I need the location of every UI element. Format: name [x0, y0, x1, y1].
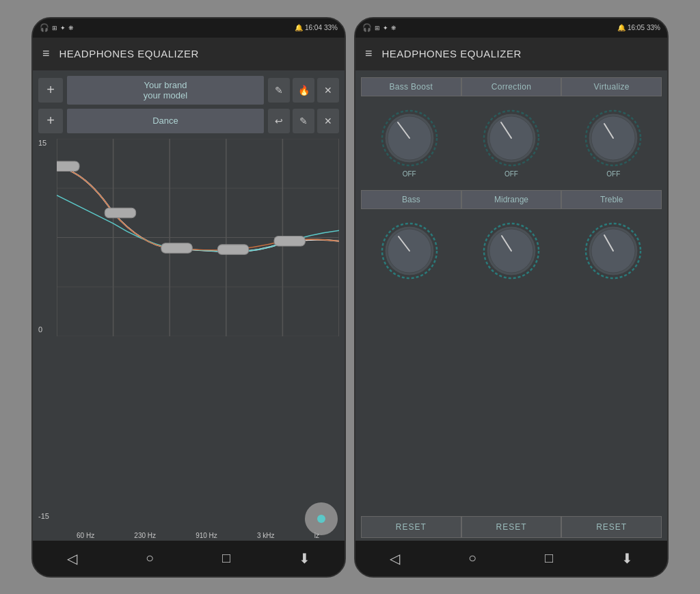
preset-name-1: Your brand your model: [67, 76, 264, 105]
eq-label-15: 15: [38, 139, 49, 147]
reset-btn-midrange[interactable]: RESET: [461, 516, 562, 538]
tab-bass-boost[interactable]: Bass Boost: [361, 77, 461, 96]
freq-60hz: 60 Hz: [77, 532, 94, 539]
eq-freq-labels: 60 Hz 230 Hz 910 Hz 3 kHz iz: [57, 532, 339, 539]
app-title-left: HEADPHONES EQUALIZER: [59, 48, 199, 59]
right-phone: 🎧 ⊞ ✦ ❋ 🔔 16:05 33% ≡ HEADPHONES EQUALIZ…: [354, 17, 669, 578]
left-phone: 🎧 ⊞ ✦ ❋ 🔔 16:04 33% ≡ HEADPHONES EQUALIZ…: [31, 17, 346, 578]
flame-icon-1[interactable]: 🔥: [293, 78, 314, 103]
nav-bar-right: ◁ ○ □ ⬇: [355, 541, 667, 576]
down-button-left[interactable]: ⬇: [285, 545, 324, 572]
status-right-right: 🔔 16:05 33%: [617, 24, 660, 31]
fx-tabs: Bass Boost Correction Virtualize: [355, 70, 667, 99]
svg-rect-15: [274, 236, 305, 245]
tab-correction[interactable]: Correction: [461, 77, 562, 96]
tab-virtualize[interactable]: Virtualize: [561, 77, 662, 96]
status-battery-left: 33%: [324, 24, 338, 31]
preset-name-2: Dance: [67, 109, 264, 133]
status-signal: 🔔: [295, 24, 303, 31]
knob-container-3: OFF: [582, 107, 644, 178]
app-title-right: HEADPHONES EQUALIZER: [382, 48, 522, 59]
back-button-left[interactable]: ◁: [53, 545, 91, 572]
eq-y-labels: 15 0 -15: [38, 139, 49, 520]
svg-rect-12: [105, 208, 135, 217]
freq-910hz: 910 Hz: [196, 532, 217, 539]
status-time-left: 16:04: [305, 24, 322, 31]
status-battery-right: 33%: [647, 24, 660, 31]
knob-2[interactable]: [481, 107, 542, 169]
knob-label-3: OFF: [606, 170, 620, 178]
knob-container-6: [582, 220, 644, 282]
recents-button-right[interactable]: □: [531, 545, 567, 571]
app-content-left: + Your brand your model ✎ 🔥 ✕ + Dance ↩ …: [33, 70, 345, 541]
eq-label-0: 0: [38, 325, 49, 334]
home-button-right[interactable]: ○: [455, 545, 490, 571]
knob-container-4: [379, 220, 440, 282]
reset-btn-bass[interactable]: RESET: [361, 516, 461, 538]
status-icons-right: 🎧 ⊞ ✦ ❋: [362, 23, 396, 32]
eq-svg[interactable]: [57, 139, 339, 336]
knob-1[interactable]: [379, 107, 440, 169]
top-knobs-row: OFF OFF: [355, 99, 667, 180]
knob-3[interactable]: [582, 107, 644, 169]
freq-3khz: 3 kHz: [257, 532, 275, 539]
status-right-left: 🔔 16:04 33%: [295, 24, 338, 31]
undo-icon-2[interactable]: ↩: [268, 109, 290, 133]
add-preset-1-button[interactable]: +: [38, 78, 63, 103]
edit-icon-1[interactable]: ✎: [268, 78, 290, 103]
bottom-knobs-row: [355, 212, 667, 284]
svg-rect-13: [161, 243, 192, 252]
preset-row-1: + Your brand your model ✎ 🔥 ✕: [38, 76, 339, 105]
app-header-left: ≡ HEADPHONES EQUALIZER: [33, 38, 345, 70]
tab-treble[interactable]: Treble: [561, 190, 662, 209]
freq-iz: iz: [314, 532, 319, 539]
knob-container-2: OFF: [481, 107, 542, 178]
status-icons-left: 🎧 ⊞ ✦ ❋: [40, 23, 74, 32]
knob-label-2: OFF: [504, 170, 518, 178]
svg-rect-14: [217, 244, 248, 254]
close-icon-1[interactable]: ✕: [317, 78, 339, 103]
knob-container-1: OFF: [379, 107, 440, 178]
status-bar-right: 🎧 ⊞ ✦ ❋ 🔔 16:05 33%: [355, 18, 667, 38]
presets-area: + Your brand your model ✎ 🔥 ✕ + Dance ↩ …: [33, 70, 345, 139]
preset-actions-1: ✎ 🔥 ✕: [268, 78, 339, 103]
knob-6[interactable]: [582, 220, 644, 282]
eq-circle-btn[interactable]: [305, 502, 338, 535]
tab-midrange[interactable]: Midrange: [461, 190, 562, 209]
status-time-right: 16:05: [628, 24, 645, 31]
nav-bar-left: ◁ ○ □ ⬇: [33, 541, 345, 576]
down-button-right[interactable]: ⬇: [608, 545, 647, 572]
home-button-left[interactable]: ○: [132, 545, 167, 571]
add-preset-2-button[interactable]: +: [38, 109, 63, 133]
knob-label-1: OFF: [403, 170, 416, 178]
svg-rect-11: [57, 161, 79, 171]
eq-area: 15 0 -15: [33, 139, 345, 541]
reset-row: RESET RESET RESET: [355, 513, 667, 541]
freq-230hz: 230 Hz: [134, 532, 156, 539]
section-tabs: Bass Midrange Treble: [355, 186, 667, 212]
recents-button-left[interactable]: □: [208, 545, 244, 571]
knob-container-5: [481, 220, 542, 282]
knob-5[interactable]: [481, 220, 542, 282]
close-icon-2[interactable]: ✕: [317, 109, 339, 133]
eq-label-neg15: -15: [38, 512, 49, 520]
hamburger-icon-left[interactable]: ≡: [42, 46, 50, 61]
hamburger-icon-right[interactable]: ≡: [365, 46, 373, 61]
tab-bass[interactable]: Bass: [361, 190, 461, 209]
status-signal-r: 🔔: [617, 24, 625, 31]
preset-row-2: + Dance ↩ ✎ ✕: [38, 109, 339, 133]
right-content: Bass Boost Correction Virtualize: [355, 70, 667, 541]
edit-icon-2[interactable]: ✎: [293, 109, 314, 133]
back-button-right[interactable]: ◁: [376, 545, 414, 572]
app-header-right: ≡ HEADPHONES EQUALIZER: [355, 38, 667, 70]
status-bar-left: 🎧 ⊞ ✦ ❋ 🔔 16:04 33%: [33, 18, 345, 38]
knob-4[interactable]: [379, 220, 440, 282]
reset-btn-treble[interactable]: RESET: [561, 516, 662, 538]
preset-actions-2: ↩ ✎ ✕: [268, 109, 339, 133]
